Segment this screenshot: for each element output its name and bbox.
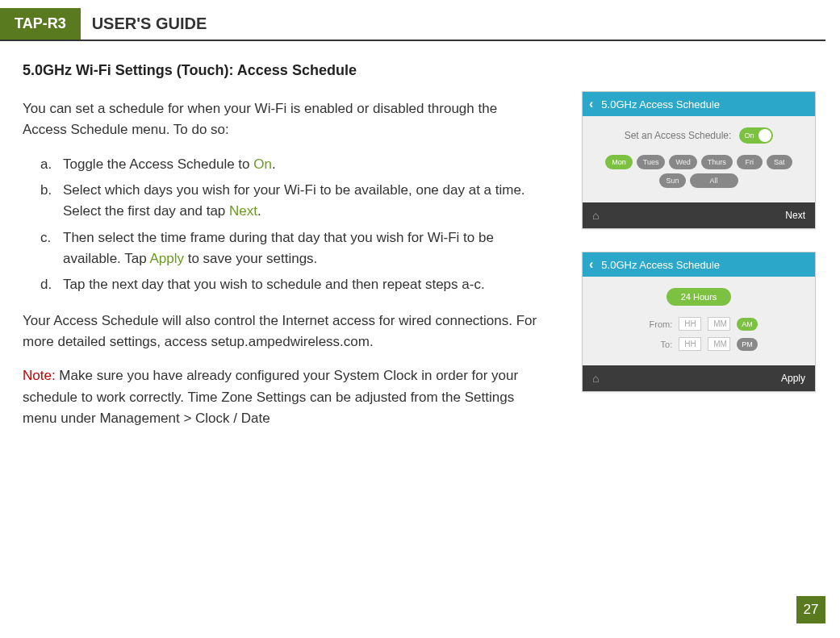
step-text: Select which days you wish for your Wi-F… [63, 180, 539, 223]
to-pm-toggle[interactable]: PM [737, 338, 758, 351]
step-b: b. Select which days you wish for your W… [40, 180, 539, 223]
to-mm-input[interactable]: MM [708, 337, 730, 351]
page-header: TAP-R3 USER'S GUIDE [0, 8, 825, 41]
day-tues[interactable]: Tues [637, 155, 666, 169]
steps-list: a. Toggle the Access Schedule to On. b. … [40, 154, 539, 296]
screen-title: 5.0GHz Access Schedule [601, 259, 720, 271]
toggle-row: Set an Access Schedule: On [592, 127, 805, 144]
step-text-post: . [257, 203, 261, 219]
screen-body: 24 Hours From: HH MM AM To: HH MM PM [583, 277, 815, 365]
doc-title: USER'S GUIDE [81, 8, 219, 40]
to-hh-input[interactable]: HH [679, 337, 701, 351]
apply-button[interactable]: Apply [781, 373, 805, 384]
page-number: 27 [796, 596, 825, 623]
keyword-apply: Apply [149, 251, 184, 266]
keyword-on: On [253, 156, 272, 172]
step-marker: d. [40, 274, 63, 295]
step-text: Toggle the Access Schedule to On. [63, 154, 539, 175]
home-icon[interactable]: ⌂ [592, 209, 599, 222]
screen-footer: ⌂ Apply [583, 365, 815, 391]
intro-paragraph: You can set a schedule for when your Wi-… [23, 98, 539, 141]
step-d: d. Tap the next day that you wish to sch… [40, 274, 539, 295]
step-a: a. Toggle the Access Schedule to On. [40, 154, 539, 175]
step-marker: c. [40, 227, 63, 270]
keyword-next: Next [229, 203, 257, 219]
day-thurs[interactable]: Thurs [701, 155, 733, 169]
step-text: Then select the time frame during that d… [63, 227, 539, 270]
24-hours-pill[interactable]: 24 Hours [667, 288, 732, 306]
schedule-toggle[interactable]: On [739, 127, 773, 144]
note-text: Make sure you have already configured yo… [23, 368, 518, 426]
step-text-pre: Toggle the Access Schedule to [63, 156, 253, 172]
to-label: To: [640, 340, 672, 349]
screen-title: 5.0GHz Access Schedule [601, 98, 720, 111]
note-paragraph: Note: Make sure you have already configu… [23, 365, 539, 429]
day-all[interactable]: All [690, 173, 738, 188]
day-wed[interactable]: Wed [669, 155, 696, 169]
from-mm-input[interactable]: MM [708, 317, 730, 331]
screen-header: ‹ 5.0GHz Access Schedule [583, 92, 815, 116]
next-button[interactable]: Next [785, 210, 805, 221]
day-sun[interactable]: Sun [659, 173, 685, 188]
screenshot-column: ‹ 5.0GHz Access Schedule Set an Access S… [582, 91, 816, 415]
step-marker: b. [40, 180, 63, 223]
back-icon[interactable]: ‹ [589, 258, 593, 271]
day-sat[interactable]: Sat [767, 155, 792, 169]
hours-row: 24 Hours [592, 288, 805, 306]
to-row: To: HH MM PM [592, 337, 805, 351]
screen-body: Set an Access Schedule: On Mon Tues Wed … [583, 116, 815, 202]
from-am-toggle[interactable]: AM [737, 318, 758, 331]
step-text-post: . [272, 156, 276, 172]
days-grid: Mon Tues Wed Thurs Fri Sat Sun All [592, 155, 805, 188]
back-icon[interactable]: ‹ [589, 98, 593, 111]
day-fri[interactable]: Fri [737, 155, 763, 169]
wired-note-paragraph: Your Access Schedule will also control t… [23, 311, 539, 353]
from-hh-input[interactable]: HH [679, 317, 701, 331]
time-rows: From: HH MM AM To: HH MM PM [592, 317, 805, 351]
home-icon[interactable]: ⌂ [592, 372, 599, 385]
step-c: c. Then select the time frame during tha… [40, 227, 539, 270]
screenshot-time: ‹ 5.0GHz Access Schedule 24 Hours From: … [582, 252, 816, 392]
section-title: 5.0GHz Wi-Fi Settings (Touch): Access Sc… [23, 62, 817, 79]
toggle-label: Set an Access Schedule: [625, 130, 732, 141]
screenshot-days: ‹ 5.0GHz Access Schedule Set an Access S… [582, 91, 816, 229]
screen-footer: ⌂ Next [583, 202, 815, 228]
step-text: Tap the next day that you wish to schedu… [63, 274, 539, 295]
day-mon[interactable]: Mon [605, 155, 633, 169]
product-badge: TAP-R3 [0, 8, 81, 40]
page-content: 5.0GHz Wi-Fi Settings (Touch): Access Sc… [0, 41, 840, 429]
from-label: From: [640, 319, 672, 329]
step-marker: a. [40, 154, 63, 175]
from-row: From: HH MM AM [592, 317, 805, 331]
screen-header: ‹ 5.0GHz Access Schedule [583, 252, 815, 277]
step-text-pre: Select which days you wish for your Wi-F… [63, 182, 525, 219]
note-label: Note: [23, 368, 56, 383]
step-text-post: to save your settings. [184, 251, 317, 266]
